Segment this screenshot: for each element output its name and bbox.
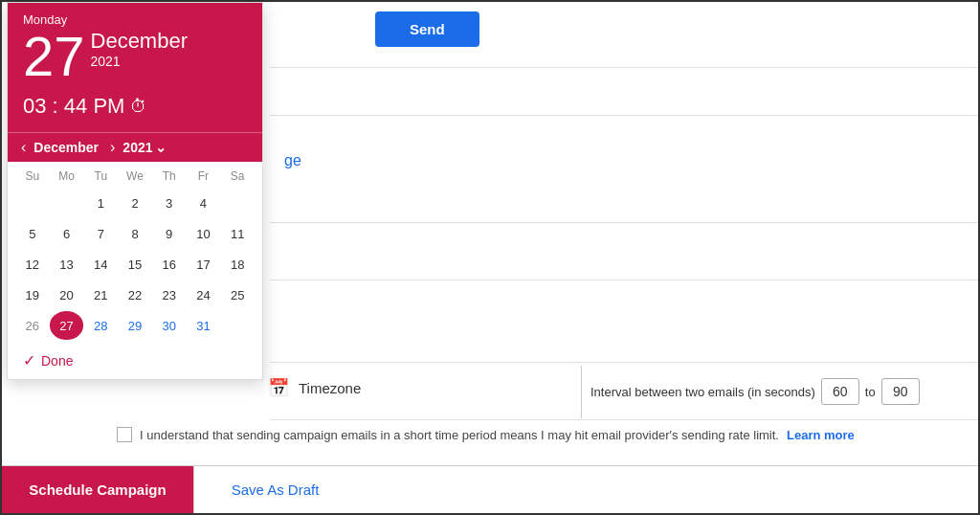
cal-day-empty (50, 189, 84, 217)
calendar-year: 2021 (91, 54, 188, 69)
calendar-nav: ‹ December › 2021 ⌄ (8, 132, 262, 162)
chevron-down-icon: ⌄ (155, 140, 167, 155)
interval-area: Interval between two emails (in seconds)… (590, 378, 920, 405)
cal-day-16[interactable]: 16 (152, 250, 187, 279)
nav-month-label: December (33, 140, 99, 155)
cal-day-20[interactable]: 20 (50, 280, 84, 309)
cal-day-22[interactable]: 22 (118, 280, 152, 309)
done-button[interactable]: Done (41, 353, 73, 369)
cal-day-27-selected[interactable]: 27 (50, 311, 84, 340)
cal-day-1[interactable]: 1 (83, 189, 118, 217)
cal-day-10[interactable]: 10 (187, 219, 221, 248)
main-content: Send ge Timezone 📅 Interval between two … (0, 0, 980, 515)
next-month-button[interactable]: › (106, 139, 119, 156)
weekday-mo: Mo (50, 169, 84, 183)
disclaimer-row: I understand that sending campaign email… (117, 427, 959, 442)
calendar-picker: Monday 27 December 2021 03 : 44 PM ⏱ ‹ D… (7, 2, 263, 380)
cal-day-5[interactable]: 5 (15, 219, 50, 248)
cal-day-11[interactable]: 11 (220, 219, 255, 248)
calendar-days: 1 2 3 4 5 6 7 8 9 10 11 12 13 14 15 16 1… (15, 189, 255, 340)
cal-day-14[interactable]: 14 (83, 250, 118, 279)
calendar-done-row: ✓ Done (8, 344, 262, 379)
calendar-time: 03 : 44 PM (23, 94, 124, 119)
interval-to-text: to (865, 385, 876, 399)
partial-page-text: ge (284, 152, 301, 169)
bg-line-6 (270, 419, 978, 420)
disclaimer-text: I understand that sending campaign email… (140, 428, 779, 442)
cal-day-30[interactable]: 30 (152, 311, 187, 340)
disclaimer-checkbox[interactable] (117, 427, 132, 442)
calendar-date-number: 27 (23, 29, 85, 84)
calendar-icon[interactable]: 📅 (268, 377, 289, 398)
interval-from-box[interactable]: 60 (821, 378, 859, 405)
bg-line-4 (270, 280, 978, 280)
cal-day-8[interactable]: 8 (118, 219, 152, 248)
calendar-weekdays: Su Mo Tu We Th Fr Sa (15, 166, 255, 187)
interval-label: Interval between two emails (in seconds) (590, 385, 815, 399)
cal-day-7[interactable]: 7 (83, 219, 118, 248)
cal-day-18[interactable]: 18 (220, 250, 255, 279)
bg-line-1 (270, 67, 978, 68)
cal-day-12[interactable]: 12 (15, 250, 50, 279)
weekday-fr: Fr (187, 169, 221, 183)
weekday-we: We (118, 169, 152, 183)
cal-day-4[interactable]: 4 (187, 189, 221, 217)
cal-day-6[interactable]: 6 (50, 219, 84, 248)
cal-day-3[interactable]: 3 (152, 189, 187, 217)
done-check-icon: ✓ (23, 351, 35, 369)
cal-day-13[interactable]: 13 (50, 250, 84, 279)
cal-day-25[interactable]: 25 (220, 280, 255, 309)
cal-day-29[interactable]: 29 (118, 311, 152, 340)
weekday-th: Th (152, 169, 187, 183)
bg-line-3 (270, 222, 978, 223)
weekday-su: Su (15, 169, 50, 183)
send-button[interactable]: Send (375, 11, 479, 47)
bottom-buttons: Schedule Campaign Save As Draft (2, 465, 978, 513)
timezone-label: Timezone (299, 380, 361, 396)
vertical-divider (581, 366, 582, 418)
prev-month-button[interactable]: ‹ (17, 139, 30, 156)
cal-day-23[interactable]: 23 (152, 280, 187, 309)
cal-day-15[interactable]: 15 (118, 250, 152, 279)
year-dropdown-button[interactable]: 2021 ⌄ (122, 140, 166, 155)
cal-day-28[interactable]: 28 (83, 311, 118, 340)
nav-year-label: 2021 (122, 140, 152, 155)
cal-day-19[interactable]: 19 (15, 280, 50, 309)
cal-day-31[interactable]: 31 (187, 311, 221, 340)
send-area: Send (375, 11, 479, 47)
cal-day-9[interactable]: 9 (152, 219, 187, 248)
save-draft-button[interactable]: Save As Draft (193, 466, 356, 513)
weekday-tu: Tu (83, 169, 118, 183)
cal-day-2[interactable]: 2 (118, 189, 152, 217)
bg-line-2 (270, 115, 978, 116)
calendar-header: Monday 27 December 2021 03 : 44 PM ⏱ (8, 3, 262, 132)
cal-day-26[interactable]: 26 (15, 311, 50, 340)
schedule-campaign-button[interactable]: Schedule Campaign (2, 466, 193, 513)
weekday-sa: Sa (220, 169, 255, 183)
cal-day-empty (220, 311, 255, 340)
learn-more-link[interactable]: Learn more (787, 428, 855, 442)
cal-day-empty (220, 189, 255, 217)
cal-day-21[interactable]: 21 (83, 280, 118, 309)
clock-icon: ⏱ (130, 97, 147, 117)
bg-line-5 (270, 362, 978, 363)
cal-day-24[interactable]: 24 (187, 280, 221, 309)
calendar-date-row: 27 December 2021 (23, 29, 247, 84)
cal-day-17[interactable]: 17 (187, 250, 221, 279)
interval-to-box[interactable]: 90 (881, 378, 920, 405)
calendar-grid-area: Su Mo Tu We Th Fr Sa 1 2 3 4 5 6 7 (8, 162, 262, 344)
calendar-month-name: December (91, 29, 188, 54)
cal-day-empty (15, 189, 50, 217)
calendar-month-year: December 2021 (91, 29, 188, 73)
calendar-time-row: 03 : 44 PM ⏱ (23, 94, 247, 119)
